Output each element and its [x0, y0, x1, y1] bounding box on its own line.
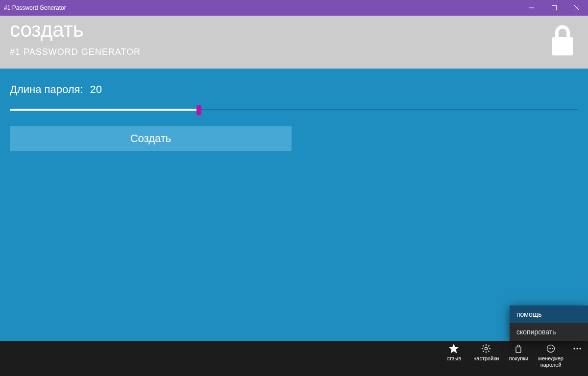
window-title: #1 Password Generator — [4, 4, 66, 11]
svg-point-16 — [549, 348, 550, 349]
svg-point-20 — [576, 348, 578, 349]
maximize-button[interactable] — [543, 0, 565, 16]
star-icon — [449, 344, 459, 353]
svg-line-14 — [488, 345, 490, 347]
length-row: Длина пароля: 20 — [10, 83, 578, 96]
lock-icon — [549, 24, 576, 58]
more-button[interactable] — [568, 341, 586, 376]
cmd-label: менеджер паролей — [538, 355, 564, 368]
maximize-icon — [552, 5, 557, 10]
svg-point-21 — [579, 348, 581, 349]
length-value: 20 — [90, 83, 102, 96]
svg-point-6 — [485, 347, 488, 350]
cmd-review[interactable]: отзыв — [439, 341, 468, 376]
title-bar: #1 Password Generator — [0, 0, 588, 16]
app-subtitle: #1 PASSWORD GENERATOR — [10, 47, 578, 57]
main-content: Длина пароля: 20 Создать — [0, 69, 588, 151]
gear-icon — [481, 344, 491, 353]
cmd-label: отзыв — [446, 355, 461, 362]
minimize-icon — [529, 5, 534, 10]
length-slider[interactable] — [10, 105, 578, 116]
cmd-label: покупки — [509, 355, 528, 362]
svg-point-17 — [550, 348, 551, 349]
overflow-menu-item[interactable]: скопировать — [510, 323, 588, 341]
cmd-manager[interactable]: менеджер паролей — [533, 341, 568, 376]
svg-line-11 — [483, 345, 485, 347]
create-button[interactable]: Создать — [10, 126, 292, 151]
cmd-settings[interactable]: настройки — [468, 341, 504, 376]
overflow-menu: помощьскопировать — [510, 306, 588, 341]
slider-fill — [10, 109, 199, 111]
svg-line-12 — [488, 351, 490, 352]
slider-thumb[interactable] — [196, 105, 201, 116]
ellipsis-circle-icon — [546, 344, 556, 353]
svg-marker-5 — [450, 345, 458, 353]
overflow-menu-item[interactable]: помощь — [510, 306, 588, 323]
window-controls — [520, 0, 588, 16]
bag-icon — [514, 344, 523, 353]
svg-line-13 — [483, 351, 485, 352]
close-icon — [574, 5, 579, 10]
command-bar: отзывнастройкипокупкименеджер паролей — [0, 341, 588, 376]
minimize-button[interactable] — [520, 0, 543, 16]
length-label: Длина пароля: — [10, 83, 83, 96]
app-header: создать #1 PASSWORD GENERATOR — [0, 16, 588, 69]
svg-point-18 — [552, 348, 553, 349]
page-title: создать — [10, 20, 578, 40]
close-button[interactable] — [565, 0, 588, 16]
more-icon — [573, 348, 581, 350]
svg-rect-4 — [552, 37, 573, 55]
svg-rect-1 — [552, 6, 557, 10]
svg-point-19 — [573, 348, 575, 349]
cmd-purchases[interactable]: покупки — [504, 341, 533, 376]
cmd-label: настройки — [473, 355, 499, 362]
